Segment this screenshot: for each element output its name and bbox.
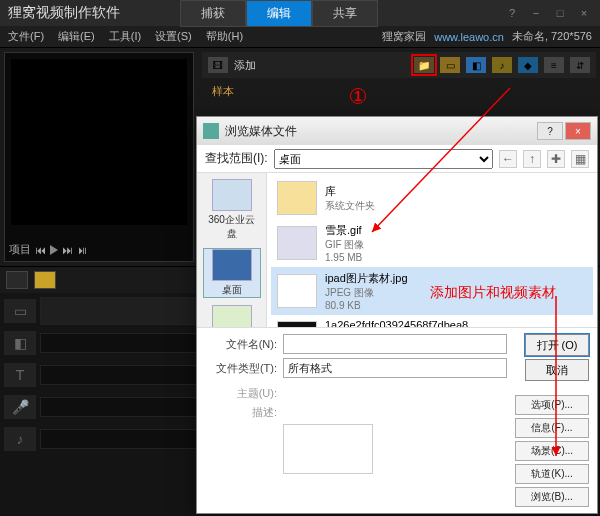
menu-file[interactable]: 文件(F) <box>8 29 44 44</box>
open-button[interactable]: 打开 (O) <box>525 334 589 356</box>
browse-button[interactable]: 浏览(B)... <box>515 487 589 507</box>
file-item[interactable]: 库系统文件夹 <box>271 177 593 219</box>
cancel-button[interactable]: 取消 <box>525 359 589 381</box>
tab-capture[interactable]: 捕获 <box>180 0 246 27</box>
desktop-icon <box>212 249 252 281</box>
place-cloud[interactable]: 360企业云盘 <box>204 179 260 241</box>
places-bar: 360企业云盘 桌面 我的文档 计算机 网络 <box>197 173 267 327</box>
dialog-help-icon[interactable]: ? <box>537 122 563 140</box>
video-track-icon[interactable]: ▭ <box>4 299 36 323</box>
dialog-app-icon <box>203 123 219 139</box>
preview-controls: 项目 ⏮ ⏭ ⏯ <box>9 242 189 257</box>
image-thumb-icon <box>277 226 317 260</box>
next-clip-icon[interactable]: ⏭ <box>62 244 73 256</box>
scene-button[interactable]: 场景(C)... <box>515 441 589 461</box>
file-item[interactable]: 雪景.gifGIF 图像1.95 MB <box>271 219 593 267</box>
view-mode-icon[interactable]: ▦ <box>571 150 589 168</box>
main-tabs: 捕获 编辑 共享 <box>180 0 378 27</box>
look-in-select[interactable]: 桌面 <box>274 149 493 169</box>
filename-input[interactable] <box>283 334 507 354</box>
place-mydocs[interactable]: 我的文档 <box>204 305 260 327</box>
sample-label: 样本 <box>212 84 234 99</box>
nav-back-icon[interactable]: ← <box>499 150 517 168</box>
look-in-label: 查找范围(I): <box>205 150 268 167</box>
sample-row: 样本 <box>202 78 596 105</box>
media-cat-video-icon[interactable]: ▭ <box>440 57 460 73</box>
menu-help[interactable]: 帮助(H) <box>206 29 243 44</box>
cloud-icon <box>212 179 252 211</box>
brand-site: 狸窝家园 <box>382 29 426 44</box>
play-icon[interactable] <box>50 245 58 255</box>
media-list-icon[interactable]: ≡ <box>544 57 564 73</box>
dialog-titlebar[interactable]: 浏览媒体文件 ? × <box>197 117 597 145</box>
track-button[interactable]: 轨道(K)... <box>515 464 589 484</box>
step-1-marker: 1 <box>350 88 366 104</box>
media-toolbar: 🎞 添加 📁 ▭ ◧ ♪ ◆ ≡ ⇵ <box>202 52 596 78</box>
preview-label: 项目 <box>9 242 31 257</box>
media-cat-color-icon[interactable]: ◆ <box>518 57 538 73</box>
tab-edit[interactable]: 编辑 <box>246 0 312 27</box>
media-sort-icon[interactable]: ⇵ <box>570 57 590 73</box>
menu-tools[interactable]: 工具(I) <box>109 29 141 44</box>
info-button[interactable]: 信息(F)... <box>515 418 589 438</box>
annotation-text: 添加图片和视频素材 <box>430 284 556 302</box>
desc-label: 描述: <box>205 405 277 420</box>
title-track-icon[interactable]: T <box>4 363 36 387</box>
prev-clip-icon[interactable]: ⏮ <box>35 244 46 256</box>
maximize-icon[interactable]: □ <box>552 5 568 21</box>
preview-viewport <box>11 59 187 225</box>
tab-share[interactable]: 共享 <box>312 0 378 27</box>
add-media-label[interactable]: 添加 <box>234 58 256 73</box>
nav-up-icon[interactable]: ↑ <box>523 150 541 168</box>
dialog-body: 360企业云盘 桌面 我的文档 计算机 网络 库系统文件夹 雪景.gifGIF … <box>197 173 597 327</box>
subject-label: 主题(U): <box>205 386 277 401</box>
dialog-title-text: 浏览媒体文件 <box>225 123 297 140</box>
timeline-mode-icon[interactable] <box>34 271 56 289</box>
brand-url[interactable]: www.leawo.cn <box>434 31 504 43</box>
folder-thumb-icon <box>277 181 317 215</box>
overlay-track-icon[interactable]: ◧ <box>4 331 36 355</box>
preview-box <box>283 424 373 474</box>
filename-label: 文件名(N): <box>205 337 277 352</box>
dialog-lookup-row: 查找范围(I): 桌面 ← ↑ ✚ ▦ <box>197 145 597 173</box>
storyboard-icon[interactable] <box>6 271 28 289</box>
browse-folder-icon[interactable]: 📁 <box>414 57 434 73</box>
app-title: 狸窝视频制作软件 <box>8 4 120 22</box>
music-track-icon[interactable]: ♪ <box>4 427 36 451</box>
place-desktop[interactable]: 桌面 <box>204 249 260 297</box>
preview-pane: 项目 ⏮ ⏭ ⏯ <box>4 52 194 262</box>
filetype-select[interactable]: 所有格式 <box>283 358 507 378</box>
media-cat-audio-icon[interactable]: ♪ <box>492 57 512 73</box>
file-list[interactable]: 库系统文件夹 雪景.gifGIF 图像1.95 MB ipad图片素材.jpgJ… <box>267 173 597 327</box>
project-info: 未命名, 720*576 <box>512 29 592 44</box>
menu-settings[interactable]: 设置(S) <box>155 29 192 44</box>
app-header: 狸窝视频制作软件 捕获 编辑 共享 ? − □ × <box>0 0 600 26</box>
file-open-dialog: 浏览媒体文件 ? × 查找范围(I): 桌面 ← ↑ ✚ ▦ 360企业云盘 桌… <box>196 116 598 514</box>
voice-track-icon[interactable]: 🎤 <box>4 395 36 419</box>
media-cat-image-icon[interactable]: ◧ <box>466 57 486 73</box>
image-thumb-icon <box>277 274 317 308</box>
end-icon[interactable]: ⏯ <box>77 244 88 256</box>
dialog-close-icon[interactable]: × <box>565 122 591 140</box>
mydocs-icon <box>212 305 252 327</box>
dialog-bottom: 文件名(N): 文件类型(T):所有格式 主题(U): 描述: 打开 (O) 取… <box>197 327 597 513</box>
new-folder-icon[interactable]: ✚ <box>547 150 565 168</box>
menu-edit[interactable]: 编辑(E) <box>58 29 95 44</box>
menu-bar: 文件(F) 编辑(E) 工具(I) 设置(S) 帮助(H) 狸窝家园 www.l… <box>0 26 600 48</box>
header-right-icons: ? − □ × <box>504 5 592 21</box>
close-icon[interactable]: × <box>576 5 592 21</box>
minimize-icon[interactable]: − <box>528 5 544 21</box>
media-film-icon[interactable]: 🎞 <box>208 57 228 73</box>
filetype-label: 文件类型(T): <box>205 361 277 376</box>
file-item[interactable]: 1a26e2fdfc03924568f7dbea8...JPEG 图像40.0 … <box>271 315 593 327</box>
help-icon[interactable]: ? <box>504 5 520 21</box>
options-button[interactable]: 选项(P)... <box>515 395 589 415</box>
